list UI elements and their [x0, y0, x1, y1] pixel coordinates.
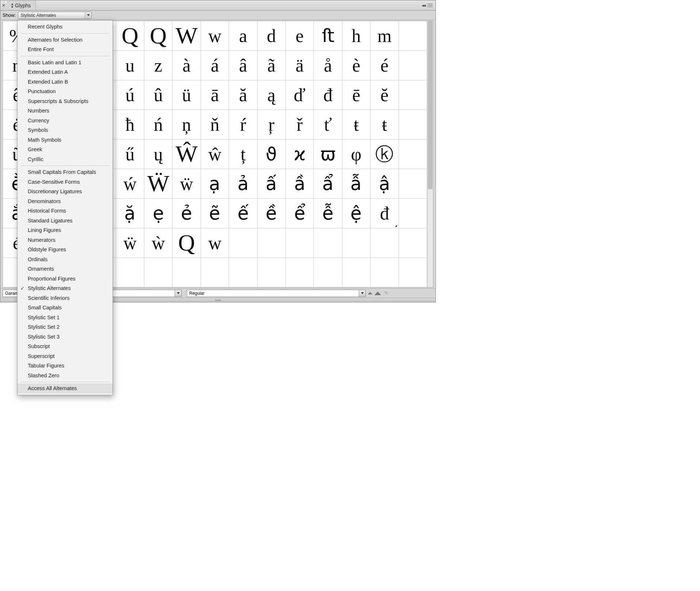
- menu-item[interactable]: Proportional Figures: [18, 274, 113, 284]
- glyph-cell[interactable]: ả: [229, 169, 257, 199]
- resize-grip-icon[interactable]: [383, 292, 388, 294]
- glyph-cell[interactable]: å: [314, 51, 342, 80]
- glyph-cell[interactable]: [342, 258, 370, 287]
- glyph-cell[interactable]: w: [201, 228, 229, 258]
- tab-glyphs[interactable]: ▴▾ Glyphs: [7, 0, 36, 10]
- glyph-cell[interactable]: ħ: [116, 110, 144, 140]
- menu-item[interactable]: Stylistic Set 1: [18, 313, 113, 323]
- glyph-cell[interactable]: [342, 228, 370, 258]
- glyph-cell[interactable]: ϰ: [286, 140, 314, 169]
- glyph-cell[interactable]: ų: [144, 140, 172, 169]
- font-style-select[interactable]: Regular: [187, 290, 366, 297]
- menu-item[interactable]: Small Capitals From Capitals: [18, 167, 113, 177]
- glyph-cell[interactable]: w: [201, 21, 229, 51]
- menu-item[interactable]: Extended Latin A: [18, 67, 113, 77]
- glyph-cell[interactable]: d: [258, 21, 286, 51]
- glyph-cell[interactable]: ē: [342, 80, 370, 110]
- glyph-cell[interactable]: ț: [229, 140, 257, 169]
- menu-item[interactable]: Access All Alternates: [18, 384, 113, 393]
- menu-item[interactable]: Stylistic Set 2: [18, 322, 113, 332]
- menu-item[interactable]: Greek: [18, 145, 113, 155]
- glyph-cell[interactable]: ű: [116, 140, 144, 169]
- glyph-cell[interactable]: ŧ: [342, 110, 370, 140]
- glyph-cell[interactable]: [399, 258, 427, 287]
- glyph-cell[interactable]: ể: [286, 199, 314, 228]
- glyph-cell[interactable]: Q: [172, 228, 201, 258]
- scroll-thumb[interactable]: [428, 21, 433, 189]
- glyph-cell[interactable]: Q: [116, 21, 144, 51]
- menu-item[interactable]: Case-Sensitive Forms: [18, 177, 113, 187]
- glyph-cell[interactable]: ầ: [286, 169, 314, 199]
- glyph-cell[interactable]: á: [201, 51, 229, 80]
- menu-item[interactable]: Subscript: [18, 342, 113, 351]
- glyph-cell[interactable]: ú: [116, 80, 144, 110]
- glyph-cell[interactable]: [229, 258, 257, 287]
- menu-item[interactable]: Extended Latin B: [18, 77, 113, 87]
- zoom-in-icon[interactable]: [374, 291, 381, 295]
- glyph-cell[interactable]: ⓚ: [370, 140, 399, 169]
- glyph-cell[interactable]: φ: [342, 140, 370, 169]
- dropdown-arrow-icon[interactable]: [85, 12, 91, 19]
- glyph-cell[interactable]: [116, 258, 144, 287]
- glyph-cell[interactable]: ế: [229, 199, 257, 228]
- glyph-cell[interactable]: Ŵ: [172, 140, 201, 169]
- menu-item[interactable]: Stylistic Set 3: [18, 332, 113, 342]
- panel-menu-icon[interactable]: [427, 3, 433, 8]
- glyph-cell[interactable]: ŕ: [229, 110, 257, 140]
- close-icon[interactable]: ✕: [0, 3, 7, 8]
- glyph-cell[interactable]: ŗ: [258, 110, 286, 140]
- menu-item[interactable]: Basic Latin and Latin 1: [18, 58, 113, 68]
- glyph-cell[interactable]: ề: [258, 199, 286, 228]
- glyph-cell[interactable]: [399, 169, 427, 199]
- menu-item[interactable]: Superscript: [18, 351, 113, 361]
- dropdown-arrow-icon[interactable]: [175, 290, 181, 297]
- glyph-cell[interactable]: ẻ: [172, 199, 201, 228]
- glyph-cell[interactable]: m: [370, 21, 399, 51]
- menu-item[interactable]: Ornaments: [18, 264, 113, 274]
- menu-item[interactable]: Ordinals: [18, 255, 113, 264]
- glyph-cell[interactable]: ặ: [116, 199, 144, 228]
- menu-item[interactable]: Standard Ligatures: [18, 216, 113, 226]
- glyph-cell[interactable]: [286, 228, 314, 258]
- glyph-cell[interactable]: ẅ: [172, 169, 201, 199]
- glyph-cell[interactable]: [314, 228, 342, 258]
- glyph-cell[interactable]: [399, 199, 427, 228]
- glyph-cell[interactable]: e: [286, 21, 314, 51]
- glyph-cell[interactable]: [258, 258, 286, 287]
- menu-item[interactable]: Small Capitals: [18, 303, 113, 313]
- menu-item[interactable]: Numerators: [18, 235, 113, 245]
- glyph-cell[interactable]: ấ: [258, 169, 286, 199]
- glyph-cell[interactable]: W: [172, 21, 201, 51]
- menu-item[interactable]: Currency: [18, 116, 113, 126]
- menu-item[interactable]: Recent Glyphs: [18, 22, 113, 32]
- glyph-cell[interactable]: Ẅ: [144, 169, 172, 199]
- glyph-cell[interactable]: ü: [172, 80, 201, 110]
- glyph-cell[interactable]: u: [116, 51, 144, 80]
- glyph-cell[interactable]: ď: [286, 80, 314, 110]
- glyph-cell[interactable]: ř: [286, 110, 314, 140]
- glyph-cell[interactable]: ĕ: [370, 80, 399, 110]
- glyph-cell[interactable]: [286, 258, 314, 287]
- glyph-cell[interactable]: đ: [370, 199, 399, 228]
- glyph-cell[interactable]: h: [342, 21, 370, 51]
- glyph-cell[interactable]: ẩ: [314, 169, 342, 199]
- menu-item[interactable]: Discretionary Ligatures: [18, 187, 113, 197]
- menu-item[interactable]: Math Symbols: [18, 135, 113, 145]
- glyph-cell[interactable]: ą: [258, 80, 286, 110]
- glyph-cell[interactable]: ẅ: [116, 228, 144, 258]
- glyph-cell[interactable]: â: [229, 51, 257, 80]
- glyph-cell[interactable]: ẫ: [342, 169, 370, 199]
- glyph-cell[interactable]: é: [370, 51, 399, 80]
- menu-item[interactable]: Numbers: [18, 106, 113, 116]
- glyph-cell[interactable]: ẃ: [116, 169, 144, 199]
- menu-item[interactable]: Symbols: [18, 125, 113, 135]
- menu-item[interactable]: Slashed Zero: [18, 371, 113, 381]
- glyph-cell[interactable]: [399, 110, 427, 140]
- menu-item[interactable]: Cyrillic: [18, 155, 113, 164]
- glyph-cell[interactable]: û: [144, 80, 172, 110]
- show-dropdown[interactable]: Stylistic Alternates: [18, 12, 92, 19]
- glyph-cell[interactable]: ậ: [370, 169, 399, 199]
- glyph-cell[interactable]: ń: [144, 110, 172, 140]
- menu-item[interactable]: Oldstyle Figures: [18, 245, 113, 255]
- glyph-cell[interactable]: ẽ: [201, 199, 229, 228]
